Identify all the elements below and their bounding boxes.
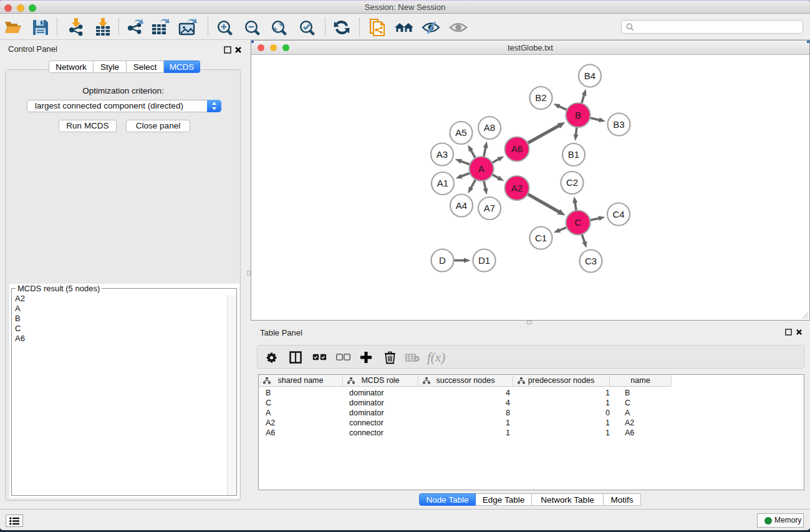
svg-text:C: C [575,217,582,228]
svg-text:A5: A5 [455,127,466,138]
svg-text:B4: B4 [584,70,595,81]
svg-text:B3: B3 [613,119,624,130]
svg-text:C3: C3 [585,256,597,266]
svg-text:B: B [575,110,581,120]
svg-text:B2: B2 [535,92,546,103]
svg-text:B1: B1 [568,149,579,160]
svg-text:A7: A7 [484,203,495,213]
svg-text:A4: A4 [456,200,467,211]
svg-text:A: A [478,163,485,174]
svg-text:D: D [439,255,446,266]
svg-text:A1: A1 [437,178,448,188]
svg-text:A8: A8 [484,122,495,133]
svg-text:C1: C1 [535,233,547,243]
svg-text:A3: A3 [436,149,448,160]
svg-text:C4: C4 [612,209,624,220]
svg-text:D1: D1 [478,255,490,266]
svg-text:C2: C2 [566,177,578,188]
svg-text:A6: A6 [511,143,523,154]
svg-text:A2: A2 [511,183,523,193]
